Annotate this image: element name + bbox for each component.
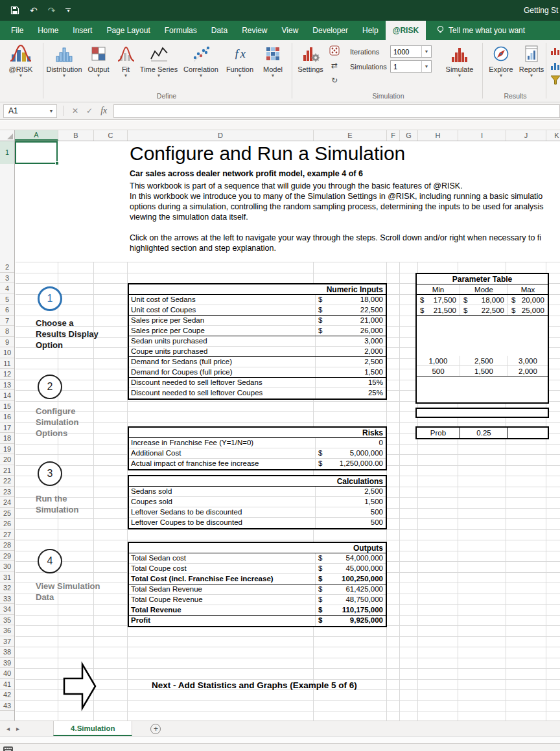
column-header-B[interactable]: B — [58, 130, 94, 141]
row-header-13[interactable]: 13 — [0, 380, 14, 391]
fit-button[interactable]: Fit ▼ — [114, 40, 137, 78]
parameter-row[interactable]: 5001,5002,000 — [417, 366, 548, 376]
parameter-row[interactable]: $17,500$18,000$20,000 — [417, 295, 548, 305]
browse-results-icon[interactable] — [548, 44, 560, 56]
table-row[interactable]: Sedans sold2,500 — [129, 487, 386, 497]
row-header-8[interactable]: 8 — [0, 326, 14, 337]
column-header-F[interactable]: F — [387, 130, 400, 141]
table-row[interactable]: Total Cost (incl. Franchise Fee increase… — [129, 574, 386, 584]
table-row[interactable]: Total Coupe cost$45,000,000 — [129, 564, 386, 574]
correlation-button[interactable]: Correlation ▼ — [180, 40, 222, 78]
table-row[interactable]: Demand for Sedans (full price)2,500 — [129, 357, 386, 367]
row-header-11[interactable]: 11 — [0, 358, 14, 369]
row-header-17[interactable]: 17 — [0, 422, 14, 433]
formula-input[interactable] — [113, 104, 560, 118]
row-header-25[interactable]: 25 — [0, 508, 14, 519]
column-header-G[interactable]: G — [400, 130, 418, 141]
table-row[interactable]: Sedan units purchased3,000 — [129, 336, 386, 347]
ribbon-tab-pagelayout[interactable]: Page Layout — [99, 21, 157, 40]
table-row[interactable]: Total Sedan cost$54,000,000 — [129, 553, 386, 564]
ribbon-tab-data[interactable]: Data — [204, 21, 235, 40]
row-header-41[interactable]: 41 — [0, 679, 14, 690]
row-header-26[interactable]: 26 — [0, 518, 14, 529]
fill-handle[interactable] — [55, 161, 59, 165]
table-row[interactable]: Leftover Sedans to be discounted500 — [129, 507, 386, 518]
chevron-down-icon[interactable]: ▼ — [421, 46, 431, 57]
table-row[interactable]: Unit cost of Coupes$22,500 — [129, 305, 386, 316]
row-header-23[interactable]: 23 — [0, 487, 14, 498]
keyboard-mode-icon[interactable] — [3, 744, 13, 751]
column-header-I[interactable]: I — [458, 130, 506, 141]
row-header-10[interactable]: 10 — [0, 347, 14, 358]
table-row[interactable]: Discount needed to sell leftover Coupes2… — [129, 388, 386, 399]
row-header-7[interactable]: 7 — [0, 316, 14, 327]
selected-cell-a1[interactable] — [15, 141, 58, 164]
explore-button[interactable]: Explore ▼ — [486, 40, 516, 78]
table-row[interactable]: Unit cost of Sedans$18,000 — [129, 295, 386, 305]
ribbon-tab-formulas[interactable]: Formulas — [158, 21, 204, 40]
table-row[interactable]: Leftover Coupes to be discounted500 — [129, 518, 386, 528]
row-header-21[interactable]: 21 — [0, 465, 14, 476]
row-header-40[interactable]: 40 — [0, 668, 14, 679]
ribbon-tab-risk[interactable]: @RISK — [386, 21, 426, 40]
previous-sheet-icon[interactable]: ◂ — [6, 725, 10, 732]
save-icon[interactable] — [10, 6, 19, 15]
row-header-14[interactable]: 14 — [0, 390, 14, 401]
output-button[interactable]: Output ▼ — [84, 40, 113, 78]
table-row[interactable]: Coupe units purchased2,000 — [129, 347, 386, 357]
name-box-dropdown-icon[interactable]: ▼ — [46, 104, 57, 118]
select-all-corner[interactable] — [0, 130, 15, 141]
horizontal-scrollbar[interactable] — [0, 736, 560, 743]
refresh-icon[interactable]: ↻ — [327, 74, 342, 86]
table-row[interactable]: Sales price per Sedan$21,000 — [129, 316, 386, 326]
row-header-28[interactable]: 28 — [0, 540, 14, 551]
prob-row[interactable]: Prob 0.25 — [415, 426, 549, 439]
row-header-9[interactable]: 9 — [0, 337, 14, 348]
summary-icon[interactable] — [548, 59, 560, 71]
row-header-20[interactable]: 20 — [0, 454, 14, 465]
column-header-H[interactable]: H — [418, 130, 458, 141]
column-header-C[interactable]: C — [94, 130, 128, 141]
row-header-33[interactable]: 33 — [0, 594, 14, 605]
insert-function-icon[interactable]: fx — [100, 106, 107, 116]
simulate-button[interactable]: Simulate ▼ — [442, 40, 477, 78]
chevron-down-icon[interactable]: ▼ — [421, 61, 431, 72]
table-row[interactable]: Total Sedan Revenue$61,425,000 — [129, 584, 386, 595]
table-row[interactable]: Increase in Franchise Fee (Y=1/N=0)0 — [129, 438, 386, 448]
table-row[interactable]: Profit$9,925,000 — [129, 616, 386, 626]
customize-quick-access-icon[interactable]: ▾ — [65, 8, 71, 13]
row-header-1[interactable]: 1 — [0, 141, 14, 164]
undo-icon[interactable]: ↶ — [30, 5, 38, 16]
row-header-27[interactable]: 27 — [0, 529, 14, 540]
table-row[interactable]: Total Coupe Revenue$48,750,000 — [129, 595, 386, 605]
iterations-combobox[interactable]: 1000 ▼ — [390, 45, 432, 58]
ribbon-tab-view[interactable]: View — [275, 21, 306, 40]
sheet-tab-4-simulation[interactable]: 4.Simulation — [53, 721, 132, 736]
tell-me-box[interactable]: Tell me what you want — [436, 21, 525, 40]
name-box[interactable]: A1 — [3, 104, 46, 118]
time-series-button[interactable]: Time Series ▼ — [139, 40, 179, 78]
model-button[interactable]: Model ▼ — [258, 40, 288, 78]
ribbon-tab-home[interactable]: Home — [30, 21, 65, 40]
next-step-arrow[interactable] — [63, 661, 97, 714]
column-header-A[interactable]: A — [15, 130, 58, 141]
new-sheet-icon[interactable]: + — [150, 724, 161, 734]
ribbon-tab-insert[interactable]: Insert — [65, 21, 99, 40]
row-header-36[interactable]: 36 — [0, 625, 14, 636]
row-header-31[interactable]: 31 — [0, 572, 14, 583]
row-header-35[interactable]: 35 — [0, 615, 14, 626]
row-header-19[interactable]: 19 — [0, 444, 14, 455]
reports-button[interactable]: Reports ▼ — [517, 40, 546, 78]
dice-icon[interactable] — [327, 44, 342, 56]
row-header-2[interactable]: 2 — [0, 262, 14, 273]
function-button[interactable]: ƒx Function ▼ — [223, 40, 257, 78]
ribbon-tab-developer[interactable]: Developer — [305, 21, 355, 40]
cancel-icon[interactable]: ✕ — [72, 106, 78, 115]
atrisk-button[interactable]: @RISK ▼ — [4, 40, 38, 78]
ribbon-tab-file[interactable]: File — [4, 21, 30, 40]
row-header-22[interactable]: 22 — [0, 476, 14, 487]
row-header-4[interactable]: 4 — [0, 283, 14, 294]
table-row[interactable]: Coupes sold1,500 — [129, 497, 386, 507]
settings-button[interactable]: Settings — [296, 40, 325, 73]
row-header-42[interactable]: 42 — [0, 689, 14, 700]
